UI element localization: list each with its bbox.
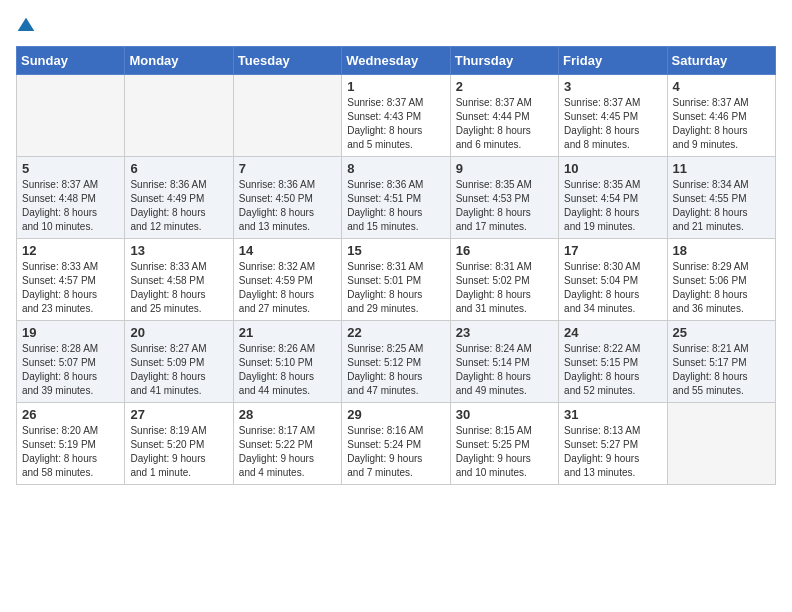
calendar-cell: 30Sunrise: 8:15 AM Sunset: 5:25 PM Dayli… <box>450 403 558 485</box>
day-number: 13 <box>130 243 227 258</box>
weekday-header-monday: Monday <box>125 47 233 75</box>
week-row-5: 26Sunrise: 8:20 AM Sunset: 5:19 PM Dayli… <box>17 403 776 485</box>
day-number: 22 <box>347 325 444 340</box>
day-number: 14 <box>239 243 336 258</box>
calendar-cell: 16Sunrise: 8:31 AM Sunset: 5:02 PM Dayli… <box>450 239 558 321</box>
calendar-cell: 5Sunrise: 8:37 AM Sunset: 4:48 PM Daylig… <box>17 157 125 239</box>
day-info: Sunrise: 8:34 AM Sunset: 4:55 PM Dayligh… <box>673 178 770 234</box>
day-number: 26 <box>22 407 119 422</box>
day-info: Sunrise: 8:31 AM Sunset: 5:02 PM Dayligh… <box>456 260 553 316</box>
day-number: 2 <box>456 79 553 94</box>
day-info: Sunrise: 8:22 AM Sunset: 5:15 PM Dayligh… <box>564 342 661 398</box>
calendar-cell: 10Sunrise: 8:35 AM Sunset: 4:54 PM Dayli… <box>559 157 667 239</box>
day-info: Sunrise: 8:31 AM Sunset: 5:01 PM Dayligh… <box>347 260 444 316</box>
calendar-cell: 24Sunrise: 8:22 AM Sunset: 5:15 PM Dayli… <box>559 321 667 403</box>
calendar-cell: 25Sunrise: 8:21 AM Sunset: 5:17 PM Dayli… <box>667 321 775 403</box>
day-number: 17 <box>564 243 661 258</box>
day-info: Sunrise: 8:21 AM Sunset: 5:17 PM Dayligh… <box>673 342 770 398</box>
day-number: 11 <box>673 161 770 176</box>
day-number: 20 <box>130 325 227 340</box>
day-info: Sunrise: 8:37 AM Sunset: 4:46 PM Dayligh… <box>673 96 770 152</box>
day-info: Sunrise: 8:15 AM Sunset: 5:25 PM Dayligh… <box>456 424 553 480</box>
week-row-2: 5Sunrise: 8:37 AM Sunset: 4:48 PM Daylig… <box>17 157 776 239</box>
day-number: 7 <box>239 161 336 176</box>
day-number: 21 <box>239 325 336 340</box>
day-info: Sunrise: 8:33 AM Sunset: 4:57 PM Dayligh… <box>22 260 119 316</box>
day-number: 1 <box>347 79 444 94</box>
day-number: 12 <box>22 243 119 258</box>
calendar-cell: 29Sunrise: 8:16 AM Sunset: 5:24 PM Dayli… <box>342 403 450 485</box>
calendar-cell: 22Sunrise: 8:25 AM Sunset: 5:12 PM Dayli… <box>342 321 450 403</box>
day-number: 24 <box>564 325 661 340</box>
calendar-cell: 4Sunrise: 8:37 AM Sunset: 4:46 PM Daylig… <box>667 75 775 157</box>
day-info: Sunrise: 8:37 AM Sunset: 4:44 PM Dayligh… <box>456 96 553 152</box>
day-info: Sunrise: 8:19 AM Sunset: 5:20 PM Dayligh… <box>130 424 227 480</box>
calendar-cell: 7Sunrise: 8:36 AM Sunset: 4:50 PM Daylig… <box>233 157 341 239</box>
calendar-cell: 13Sunrise: 8:33 AM Sunset: 4:58 PM Dayli… <box>125 239 233 321</box>
calendar-cell <box>17 75 125 157</box>
day-number: 31 <box>564 407 661 422</box>
day-info: Sunrise: 8:37 AM Sunset: 4:45 PM Dayligh… <box>564 96 661 152</box>
calendar-cell: 12Sunrise: 8:33 AM Sunset: 4:57 PM Dayli… <box>17 239 125 321</box>
calendar-cell: 1Sunrise: 8:37 AM Sunset: 4:43 PM Daylig… <box>342 75 450 157</box>
day-number: 3 <box>564 79 661 94</box>
calendar-cell <box>667 403 775 485</box>
day-number: 30 <box>456 407 553 422</box>
calendar-cell: 2Sunrise: 8:37 AM Sunset: 4:44 PM Daylig… <box>450 75 558 157</box>
week-row-4: 19Sunrise: 8:28 AM Sunset: 5:07 PM Dayli… <box>17 321 776 403</box>
day-info: Sunrise: 8:35 AM Sunset: 4:53 PM Dayligh… <box>456 178 553 234</box>
day-info: Sunrise: 8:25 AM Sunset: 5:12 PM Dayligh… <box>347 342 444 398</box>
day-info: Sunrise: 8:16 AM Sunset: 5:24 PM Dayligh… <box>347 424 444 480</box>
weekday-header-tuesday: Tuesday <box>233 47 341 75</box>
day-number: 29 <box>347 407 444 422</box>
week-row-3: 12Sunrise: 8:33 AM Sunset: 4:57 PM Dayli… <box>17 239 776 321</box>
calendar-cell: 3Sunrise: 8:37 AM Sunset: 4:45 PM Daylig… <box>559 75 667 157</box>
page-header <box>16 16 776 36</box>
day-info: Sunrise: 8:36 AM Sunset: 4:50 PM Dayligh… <box>239 178 336 234</box>
weekday-header-wednesday: Wednesday <box>342 47 450 75</box>
calendar-cell: 27Sunrise: 8:19 AM Sunset: 5:20 PM Dayli… <box>125 403 233 485</box>
calendar-table: SundayMondayTuesdayWednesdayThursdayFrid… <box>16 46 776 485</box>
calendar-cell: 31Sunrise: 8:13 AM Sunset: 5:27 PM Dayli… <box>559 403 667 485</box>
day-info: Sunrise: 8:27 AM Sunset: 5:09 PM Dayligh… <box>130 342 227 398</box>
day-number: 6 <box>130 161 227 176</box>
svg-marker-0 <box>18 18 35 31</box>
day-number: 10 <box>564 161 661 176</box>
day-number: 4 <box>673 79 770 94</box>
day-number: 27 <box>130 407 227 422</box>
calendar-cell: 14Sunrise: 8:32 AM Sunset: 4:59 PM Dayli… <box>233 239 341 321</box>
week-row-1: 1Sunrise: 8:37 AM Sunset: 4:43 PM Daylig… <box>17 75 776 157</box>
weekday-header-row: SundayMondayTuesdayWednesdayThursdayFrid… <box>17 47 776 75</box>
calendar-cell: 17Sunrise: 8:30 AM Sunset: 5:04 PM Dayli… <box>559 239 667 321</box>
day-info: Sunrise: 8:37 AM Sunset: 4:43 PM Dayligh… <box>347 96 444 152</box>
day-info: Sunrise: 8:20 AM Sunset: 5:19 PM Dayligh… <box>22 424 119 480</box>
weekday-header-saturday: Saturday <box>667 47 775 75</box>
calendar-cell: 6Sunrise: 8:36 AM Sunset: 4:49 PM Daylig… <box>125 157 233 239</box>
day-info: Sunrise: 8:36 AM Sunset: 4:51 PM Dayligh… <box>347 178 444 234</box>
calendar-cell <box>125 75 233 157</box>
day-info: Sunrise: 8:30 AM Sunset: 5:04 PM Dayligh… <box>564 260 661 316</box>
calendar-cell: 19Sunrise: 8:28 AM Sunset: 5:07 PM Dayli… <box>17 321 125 403</box>
calendar-cell <box>233 75 341 157</box>
logo-icon <box>16 16 36 36</box>
day-info: Sunrise: 8:32 AM Sunset: 4:59 PM Dayligh… <box>239 260 336 316</box>
day-number: 9 <box>456 161 553 176</box>
calendar-cell: 26Sunrise: 8:20 AM Sunset: 5:19 PM Dayli… <box>17 403 125 485</box>
day-info: Sunrise: 8:37 AM Sunset: 4:48 PM Dayligh… <box>22 178 119 234</box>
day-number: 15 <box>347 243 444 258</box>
day-number: 5 <box>22 161 119 176</box>
calendar-cell: 28Sunrise: 8:17 AM Sunset: 5:22 PM Dayli… <box>233 403 341 485</box>
day-info: Sunrise: 8:29 AM Sunset: 5:06 PM Dayligh… <box>673 260 770 316</box>
day-info: Sunrise: 8:28 AM Sunset: 5:07 PM Dayligh… <box>22 342 119 398</box>
calendar-cell: 21Sunrise: 8:26 AM Sunset: 5:10 PM Dayli… <box>233 321 341 403</box>
day-info: Sunrise: 8:13 AM Sunset: 5:27 PM Dayligh… <box>564 424 661 480</box>
day-number: 19 <box>22 325 119 340</box>
day-info: Sunrise: 8:24 AM Sunset: 5:14 PM Dayligh… <box>456 342 553 398</box>
day-info: Sunrise: 8:17 AM Sunset: 5:22 PM Dayligh… <box>239 424 336 480</box>
day-number: 16 <box>456 243 553 258</box>
weekday-header-thursday: Thursday <box>450 47 558 75</box>
day-info: Sunrise: 8:35 AM Sunset: 4:54 PM Dayligh… <box>564 178 661 234</box>
calendar-cell: 20Sunrise: 8:27 AM Sunset: 5:09 PM Dayli… <box>125 321 233 403</box>
day-number: 28 <box>239 407 336 422</box>
day-info: Sunrise: 8:33 AM Sunset: 4:58 PM Dayligh… <box>130 260 227 316</box>
